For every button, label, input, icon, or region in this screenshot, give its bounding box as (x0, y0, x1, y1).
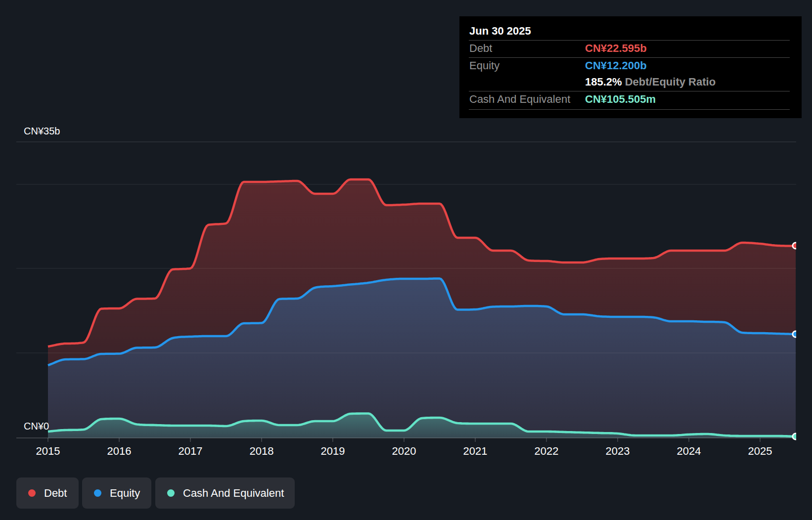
svg-text:2025: 2025 (748, 445, 772, 457)
svg-text:2019: 2019 (321, 445, 345, 457)
svg-text:2024: 2024 (677, 445, 701, 457)
svg-text:CN¥35b: CN¥35b (24, 126, 60, 136)
svg-text:2023: 2023 (606, 445, 630, 457)
svg-text:2018: 2018 (250, 445, 274, 457)
svg-text:2021: 2021 (463, 445, 488, 457)
svg-text:2020: 2020 (392, 445, 416, 457)
svg-text:2016: 2016 (107, 445, 132, 457)
svg-text:CN¥0: CN¥0 (24, 421, 49, 432)
svg-text:2022: 2022 (535, 445, 559, 457)
svg-text:2017: 2017 (179, 445, 203, 457)
svg-text:2015: 2015 (36, 445, 60, 457)
